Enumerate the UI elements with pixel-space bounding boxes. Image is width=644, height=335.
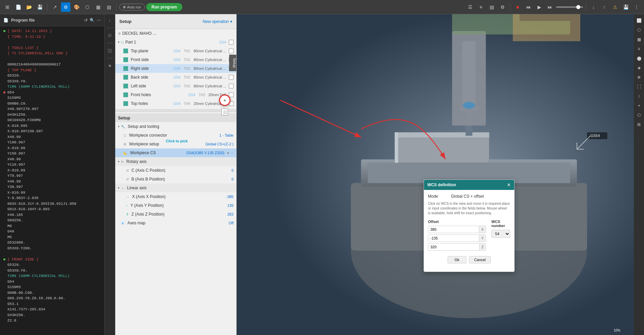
arrow-down-icon[interactable]: ↓	[589, 2, 598, 12]
arrow-up-icon[interactable]: ↑	[600, 2, 609, 12]
folder-icon[interactable]: 📂	[24, 2, 34, 12]
view-icon[interactable]: ▤	[487, 2, 496, 12]
machine-row[interactable]: ⚙ DECKEL MAHO ...	[115, 29, 236, 38]
op-content: ⚙ DECKEL MAHO ... ▾ ⬡ Part 1 G54 Top pla…	[115, 29, 236, 335]
dialog-close-button[interactable]: ✕	[507, 182, 511, 188]
auto-run-button[interactable]: Auto run	[119, 4, 145, 10]
workpiece-cs-row[interactable]: 📐 Workpiece CS G54(X385 Y-135 Z320) ▾ ⋯	[115, 148, 236, 157]
rotary-icon: ↻	[121, 160, 124, 164]
b-axis-value: 0	[232, 177, 234, 181]
code-line: G00B0.C0.	[0, 101, 104, 107]
cancel-button[interactable]: Cancel	[469, 256, 491, 263]
offset-x-input[interactable]	[428, 226, 479, 233]
table-icon[interactable]: ▦	[93, 2, 103, 12]
code-line: G01G94Z0.F200M8	[0, 117, 104, 123]
new-operation-button[interactable]: New operation ▾	[203, 19, 232, 24]
x-axis-row[interactable]: → X (Axis X Position) -385	[115, 192, 236, 201]
refresh-icon[interactable]: ↺	[84, 18, 88, 23]
part-check[interactable]	[229, 40, 234, 45]
square-button[interactable]: ⬜	[221, 109, 228, 115]
setup-and-tooling-row[interactable]: ▾ 🔧 Setup and tooling	[115, 122, 236, 131]
rs-icon-5[interactable]: ⬤	[635, 54, 643, 63]
op-right-side[interactable]: Right side G54 T#2 80mm Cylindrical ...	[115, 64, 236, 73]
search-icon[interactable]: 🔍	[90, 18, 95, 23]
op-front-side[interactable]: Front side G54 T#2 80mm Cylindrical ...	[115, 55, 236, 64]
warning-icon[interactable]: ⚠	[610, 2, 620, 12]
setup-button[interactable]: Setup	[229, 55, 237, 71]
parts-icon[interactable]: ⬡	[83, 2, 92, 12]
sidebar-icon-2[interactable]: ☑	[106, 31, 114, 39]
skip-back-icon[interactable]: ⏮	[524, 2, 533, 12]
play-icon[interactable]: ▶	[534, 2, 544, 12]
rs-icon-10[interactable]: ⌖	[635, 101, 643, 110]
color-icon[interactable]: 🎨	[72, 2, 81, 12]
chevron-icon: ▾	[118, 125, 120, 128]
rs-icon-3[interactable]: ▦	[635, 35, 643, 44]
b-axis-row[interactable]: ↺ B (Axis B Position) 0	[115, 175, 236, 184]
sidebar-icon-1[interactable]: ↕	[106, 16, 114, 24]
check-left-side[interactable]	[229, 84, 234, 88]
rs-icon-4[interactable]: ≡	[635, 45, 643, 53]
rotary-axis-row[interactable]: ▾ ↻ Rotary axis	[115, 157, 236, 166]
save2-icon[interactable]: 💾	[621, 2, 631, 12]
speed-slider[interactable]	[556, 6, 583, 8]
z-axis-row[interactable]: ⇑ Z (Axis Z Position) 282	[115, 210, 236, 219]
rotary-chevron: ▾	[118, 160, 120, 163]
op-top-plane[interactable]: Top plane G54 T#1 80mm Cylindrical ...	[115, 47, 236, 55]
rs-icon-12[interactable]: ⊞	[635, 120, 643, 129]
grid-icon[interactable]: ⊞	[3, 2, 12, 12]
edit-icon[interactable]: ▾	[227, 151, 229, 155]
settings-icon[interactable]: ⚙	[498, 2, 507, 12]
cam-icon[interactable]: ⚙	[61, 2, 70, 12]
code-line: G54	[0, 90, 104, 95]
more-icon[interactable]: ⋯	[97, 18, 101, 23]
rs-icon-1[interactable]: ⬜	[635, 16, 643, 25]
add-operation-button[interactable]: +	[219, 94, 231, 106]
options-icon[interactable]: ⋮	[632, 2, 641, 12]
save-icon[interactable]: 💾	[35, 2, 44, 12]
wcs-number-select[interactable]: 54 55 56 57 58 59	[491, 230, 510, 238]
sidebar-icon-4[interactable]: ❖	[106, 62, 114, 70]
rs-icon-8[interactable]: ⛶	[635, 82, 643, 91]
rs-icon-6[interactable]: ◈	[635, 63, 643, 72]
rs-icon-11[interactable]: ⬡	[635, 111, 643, 119]
offset-z-input[interactable]	[428, 244, 479, 250]
part-row[interactable]: ▾ ⬡ Part 1 G54	[115, 38, 236, 47]
file-icon[interactable]: 📄	[13, 2, 23, 12]
stop-icon[interactable]: ■	[513, 2, 522, 12]
viewport[interactable]: GS54	[237, 14, 634, 335]
op-left-side[interactable]: Left side G54 T#2 80mm Cylindrical ...	[115, 82, 236, 90]
ok-button[interactable]: Ok	[448, 256, 466, 263]
c-axis-row[interactable]: ↺ C (Axis C Position) 0	[115, 166, 236, 175]
axes-map-row[interactable]: 📧 Axes map Off	[115, 219, 236, 227]
op-front-holes[interactable]: Front holes G54 T#3 20mm Drill	[115, 90, 236, 99]
op-back-side[interactable]: Back side G54 T#2 80mm Cylindrical ...	[115, 73, 236, 82]
check-top-plane[interactable]	[229, 49, 234, 53]
rs-icon-7[interactable]: ⊕	[635, 73, 643, 82]
op-top-holes[interactable]: Top holes G54 T#4 20mm Cylindrical ...	[115, 99, 236, 108]
y-axis-row[interactable]: ↑ Y (Axis Y Position) 135	[115, 201, 236, 210]
workpiece-connector-row[interactable]: ⬡ Workpiece connector 1 - Table	[115, 131, 236, 140]
part-label: Part 1	[125, 40, 218, 45]
code-line: G00B-90.C90.	[0, 290, 104, 296]
export-icon[interactable]: ↗	[50, 2, 60, 12]
code-line: G43H1Z50.	[0, 112, 104, 118]
spreadsheet-icon[interactable]: ▤	[104, 2, 114, 12]
code-panel: 📄 Program file ↺ 🔍 ⋯ { DATE: 14.11.2023 …	[0, 14, 104, 335]
rs-icon-9[interactable]: ↕	[635, 92, 643, 101]
sidebar-icon-3[interactable]: ⬛	[106, 47, 114, 55]
y-suffix: Y	[479, 235, 486, 242]
list-icon[interactable]: ≡	[476, 2, 486, 12]
run-program-button[interactable]: Run program	[146, 3, 182, 11]
linear-axis-row[interactable]: ▾ ↔ Linear axis	[115, 184, 236, 192]
offset-y-input[interactable]	[428, 235, 479, 242]
menu-icon[interactable]: ☰	[465, 2, 475, 12]
code-line: G54	[0, 279, 104, 285]
skip-forward-icon[interactable]: ⏭	[545, 2, 555, 12]
workpiece-setup-row[interactable]: ⚙ Workpiece setup Global CS+(Z-2 )	[115, 140, 236, 148]
more-edit-icon[interactable]: ⋯	[230, 151, 234, 155]
check-back-side[interactable]	[229, 75, 234, 80]
check-front-holes[interactable]	[229, 92, 234, 97]
rs-icon-2[interactable]: ⬡	[635, 26, 643, 34]
code-line: Z2.8	[0, 318, 104, 324]
